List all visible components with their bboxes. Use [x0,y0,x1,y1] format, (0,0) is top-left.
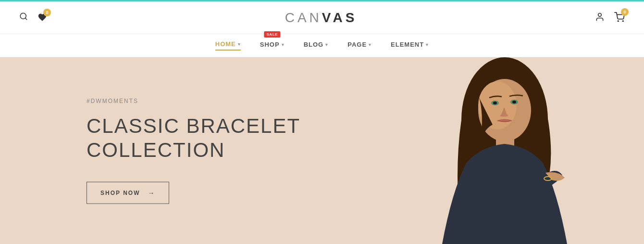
nav-label-shop: SHOP [260,41,280,48]
shop-now-button[interactable]: SHOP NOW → [87,181,169,204]
hero-tag: #DWMOMENTS [87,98,300,104]
chevron-down-icon: ▾ [238,42,241,47]
nav-label-element: ELEMENT [391,41,424,48]
nav-item-home[interactable]: HOME ▾ [215,40,241,51]
header-right: 0 [595,12,625,24]
search-icon[interactable] [19,12,28,23]
hero-model-image [356,57,620,244]
chevron-down-icon: ▾ [325,42,328,47]
cart-icon[interactable]: 0 [614,12,625,24]
svg-point-3 [618,21,619,22]
nav-label-page: PAGE [347,41,367,48]
hero-content: #DWMOMENTS CLASSIC BRACELET COLLECTION S… [87,98,300,204]
chevron-down-icon: ▾ [426,42,429,47]
user-account-icon[interactable] [595,12,605,24]
svg-point-10 [493,102,497,104]
chevron-down-icon: ▾ [282,42,285,47]
site-header: 0 CANVAS 0 [0,1,644,34]
svg-point-2 [598,13,602,16]
svg-point-4 [622,21,623,22]
logo-bold: VAS [322,10,358,25]
chevron-down-icon: ▾ [369,42,372,47]
hero-title-line1: CLASSIC BRACELET [87,115,300,137]
svg-line-1 [25,18,26,19]
nav-label-blog: BLOG [304,41,324,48]
hero-section: #DWMOMENTS CLASSIC BRACELET COLLECTION S… [0,57,644,244]
wishlist-icon[interactable]: 0 [37,13,47,23]
logo-light: CAN [285,10,322,25]
site-logo[interactable]: CANVAS [285,10,358,26]
nav-item-shop[interactable]: SALE SHOP ▾ [260,41,285,50]
nav-item-element[interactable]: ELEMENT ▾ [391,41,429,50]
wishlist-badge: 0 [43,9,51,16]
shop-now-label: SHOP NOW [100,189,140,196]
hero-title: CLASSIC BRACELET COLLECTION [87,114,300,163]
sale-badge: SALE [264,31,280,38]
cart-badge: 0 [621,8,629,16]
nav-label-home: HOME [215,40,236,48]
nav-item-page[interactable]: PAGE ▾ [347,41,372,50]
svg-point-11 [512,101,516,103]
arrow-right-icon: → [148,189,155,196]
main-nav: HOME ▾ SALE SHOP ▾ BLOG ▾ PAGE ▾ ELEMENT… [0,34,644,57]
header-left: 0 [19,12,47,23]
nav-item-blog[interactable]: BLOG ▾ [304,41,329,50]
hero-title-line2: COLLECTION [87,139,225,161]
